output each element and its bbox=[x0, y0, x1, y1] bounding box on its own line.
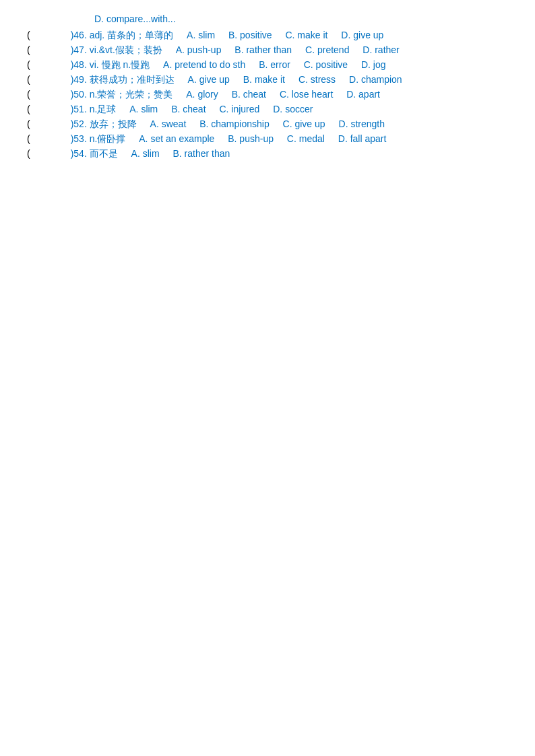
q46-optA: A. slim bbox=[187, 30, 215, 40]
question-47-label: )47. vi.&vt.假装；装扮 bbox=[71, 44, 165, 55]
question-48-row: ( )48. vi. 慢跑 n.慢跑 A. pretend to do sth … bbox=[27, 59, 508, 71]
question-53-row: ( )53. n.俯卧撑 A. set an example B. push-u… bbox=[27, 133, 508, 145]
q52-optC: C. give up bbox=[283, 118, 325, 129]
q50-optA: A. glory bbox=[186, 89, 218, 100]
question-51-content: )51. n.足球 A. slim B. cheat C. injured D.… bbox=[71, 104, 313, 116]
question-47-row: ( )47. vi.&vt.假装；装扮 A. push-up B. rather… bbox=[27, 44, 508, 57]
question-46-label: )46. adj. 苗条的；单薄的 bbox=[71, 30, 176, 40]
q47-optD: D. rather bbox=[363, 44, 399, 55]
q50-optD: D. apart bbox=[346, 89, 380, 100]
standalone-d-option: D. compare...with... bbox=[94, 13, 508, 24]
q50-optC: C. lose heart bbox=[280, 89, 333, 100]
standalone-d-label: D. compare...with... bbox=[94, 13, 176, 24]
q52-optB: B. championship bbox=[199, 118, 270, 129]
q53-optD: D. fall apart bbox=[338, 133, 387, 144]
question-54-content: )54. 而不是 A. slim B. rather than bbox=[71, 148, 230, 160]
q47-optB: B. rather than bbox=[234, 44, 292, 55]
q48-optC: C. positive bbox=[304, 59, 348, 70]
q49-optD: D. champion bbox=[349, 74, 402, 85]
q46-optD: D. give up bbox=[341, 30, 383, 40]
question-52-label: )52. 放弃；投降 bbox=[71, 118, 139, 129]
q51-optD: D. soccer bbox=[273, 104, 313, 114]
question-46-content: )46. adj. 苗条的；单薄的 A. slim B. positive C.… bbox=[71, 30, 384, 42]
q47-optA: A. push-up bbox=[176, 44, 222, 55]
paren-open-50: ( bbox=[27, 89, 30, 100]
question-50-label: )50. n.荣誉；光荣；赞美 bbox=[71, 89, 176, 100]
paren-open-47: ( bbox=[27, 44, 30, 55]
question-50-row: ( )50. n.荣誉；光荣；赞美 A. glory B. cheat C. l… bbox=[27, 89, 508, 101]
q53-optA: A. set an example bbox=[139, 133, 214, 144]
q54-optA: A. slim bbox=[131, 148, 160, 159]
question-51-label: )51. n.足球 bbox=[71, 104, 119, 114]
question-48-content: )48. vi. 慢跑 n.慢跑 A. pretend to do sth B.… bbox=[71, 59, 386, 71]
question-49-label: )49. 获得成功；准时到达 bbox=[71, 74, 177, 85]
question-54-label: )54. 而不是 bbox=[71, 148, 121, 159]
question-53-content: )53. n.俯卧撑 A. set an example B. push-up … bbox=[71, 133, 387, 145]
q53-optC: C. medal bbox=[287, 133, 325, 144]
q54-optB: B. rather than bbox=[172, 148, 230, 159]
q49-optB: B. make it bbox=[243, 74, 285, 85]
question-49-row: ( )49. 获得成功；准时到达 A. give up B. make it C… bbox=[27, 74, 508, 86]
q49-optC: C. stress bbox=[298, 74, 336, 85]
paren-open-54: ( bbox=[27, 148, 30, 159]
q52-optD: D. strength bbox=[339, 118, 385, 129]
q52-optA: A. sweat bbox=[150, 118, 187, 129]
paren-open-51: ( bbox=[27, 104, 30, 114]
q46-optB: B. positive bbox=[228, 30, 272, 40]
question-52-row: ( )52. 放弃；投降 A. sweat B. championship C.… bbox=[27, 118, 508, 131]
question-48-label: )48. vi. 慢跑 n.慢跑 bbox=[71, 59, 152, 70]
paren-open-48: ( bbox=[27, 59, 30, 70]
question-53-label: )53. n.俯卧撑 bbox=[71, 133, 129, 144]
q50-optB: B. cheat bbox=[232, 89, 266, 100]
q51-optC: C. injured bbox=[219, 104, 259, 114]
question-50-content: )50. n.荣誉；光荣；赞美 A. glory B. cheat C. los… bbox=[71, 89, 380, 101]
question-49-content: )49. 获得成功；准时到达 A. give up B. make it C. … bbox=[71, 74, 402, 86]
q53-optB: B. push-up bbox=[228, 133, 274, 144]
paren-open-49: ( bbox=[27, 74, 30, 85]
question-51-row: ( )51. n.足球 A. slim B. cheat C. injured … bbox=[27, 104, 508, 116]
q48-optB: B. error bbox=[259, 59, 290, 70]
question-54-row: ( )54. 而不是 A. slim B. rather than bbox=[27, 148, 508, 160]
q48-optD: D. jog bbox=[361, 59, 386, 70]
question-46-row: ( )46. adj. 苗条的；单薄的 A. slim B. positive … bbox=[27, 30, 508, 42]
q47-optC: C. pretend bbox=[305, 44, 349, 55]
q48-optA: A. pretend to do sth bbox=[163, 59, 245, 70]
q51-optB: B. cheat bbox=[171, 104, 206, 114]
q51-optA: A. slim bbox=[129, 104, 158, 114]
question-47-content: )47. vi.&vt.假装；装扮 A. push-up B. rather t… bbox=[71, 44, 400, 57]
paren-open-46: ( bbox=[27, 30, 30, 40]
q46-optC: C. make it bbox=[285, 30, 327, 40]
paren-open-53: ( bbox=[27, 133, 30, 144]
question-52-content: )52. 放弃；投降 A. sweat B. championship C. g… bbox=[71, 118, 385, 131]
paren-open-52: ( bbox=[27, 118, 30, 129]
q49-optA: A. give up bbox=[188, 74, 230, 85]
content-container: D. compare...with... ( )46. adj. 苗条的；单薄的… bbox=[27, 13, 508, 160]
